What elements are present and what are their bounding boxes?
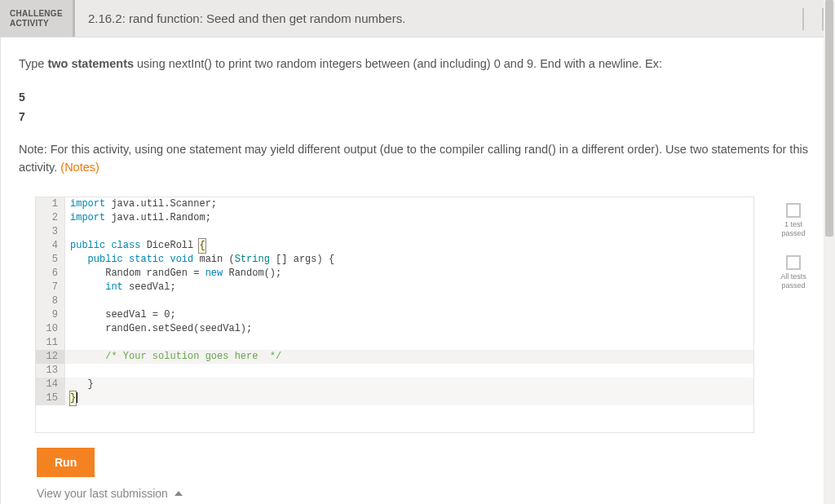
line-number: 15 (36, 391, 65, 405)
content-area: Type two statements using nextInt() to p… (0, 38, 835, 504)
example-line-2: 7 (19, 108, 816, 127)
code-line[interactable]: 7 int seedVal; (36, 281, 753, 294)
badge-line2: ACTIVITY (10, 19, 63, 29)
code-line-content[interactable]: randGen.setSeed(seedVal); (65, 322, 753, 336)
line-number: 13 (36, 364, 65, 378)
line-number: 3 (36, 225, 65, 239)
challenge-badge: CHALLENGE ACTIVITY (0, 0, 75, 37)
instr-prefix: Type (19, 57, 47, 70)
code-line[interactable]: 2import java.util.Random; (36, 211, 753, 225)
code-line-content[interactable] (65, 336, 753, 350)
bookmark-icon[interactable] (802, 8, 824, 31)
code-editor[interactable]: 1import java.util.Scanner;2import java.u… (35, 197, 754, 433)
code-line[interactable]: 4public class DiceRoll { (36, 239, 753, 253)
line-number: 1 (36, 197, 65, 211)
code-line[interactable]: 10 randGen.setSeed(seedVal); (36, 322, 753, 336)
example-output: 5 7 (19, 88, 816, 127)
code-line[interactable]: 12 /* Your solution goes here */ (36, 350, 753, 364)
line-number: 4 (36, 239, 65, 253)
code-line[interactable]: 11 (36, 336, 753, 350)
line-number: 10 (36, 322, 65, 336)
code-line-content[interactable]: Random randGen = new Random(); (65, 267, 753, 281)
code-line-content[interactable]: } (65, 391, 753, 405)
code-line[interactable]: 13 (36, 364, 753, 378)
notes-link[interactable]: (Notes) (60, 161, 99, 174)
code-line-content[interactable]: public static void main (String [] args)… (65, 253, 753, 267)
code-line-content[interactable] (65, 225, 753, 239)
code-line[interactable]: 1import java.util.Scanner; (36, 197, 753, 211)
note-body: Note: For this activity, using one state… (19, 143, 808, 174)
activity-header: CHALLENGE ACTIVITY 2.16.2: rand function… (0, 0, 835, 38)
run-button[interactable]: Run (37, 448, 95, 477)
line-number: 11 (36, 336, 65, 350)
instr-bold: two statements (47, 57, 134, 70)
code-line-content[interactable] (65, 294, 753, 308)
code-line-content[interactable]: seedVal = 0; (65, 308, 753, 322)
code-line[interactable]: 5 public static void main (String [] arg… (36, 253, 753, 267)
scrollbar-thumb[interactable] (825, 0, 833, 237)
note-text: Note: For this activity, using one state… (19, 141, 816, 177)
example-line-1: 5 (19, 88, 816, 108)
badge-line1: CHALLENGE (10, 9, 63, 19)
code-line[interactable]: 6 Random randGen = new Random(); (36, 267, 753, 281)
line-number: 6 (36, 267, 65, 281)
instructions-text: Type two statements using nextInt() to p… (19, 55, 816, 73)
checkbox-icon (786, 203, 801, 218)
code-line[interactable]: 3 (36, 225, 753, 239)
line-number: 9 (36, 308, 65, 322)
code-line-content[interactable] (65, 364, 753, 378)
one-test-status: 1 testpassed (781, 203, 805, 238)
code-line-content[interactable]: public class DiceRoll { (65, 239, 753, 253)
line-number: 2 (36, 211, 65, 225)
instr-suffix: using nextInt() to print two random inte… (134, 57, 662, 70)
code-line-content[interactable]: import java.util.Scanner; (65, 197, 753, 211)
line-number: 12 (36, 350, 65, 364)
scrollbar-track[interactable] (824, 0, 835, 504)
view-last-label: View your last submission (37, 487, 168, 500)
chevron-up-icon (175, 491, 183, 496)
all-tests-label: All testspassed (780, 272, 806, 290)
code-line-content[interactable]: /* Your solution goes here */ (65, 350, 753, 364)
line-number: 8 (36, 294, 65, 308)
code-line[interactable]: 14 } (36, 378, 753, 391)
line-number: 14 (36, 378, 65, 391)
one-test-label: 1 testpassed (781, 220, 805, 238)
code-line[interactable]: 8 (36, 294, 753, 308)
code-line[interactable]: 9 seedVal = 0; (36, 308, 753, 322)
view-last-submission[interactable]: View your last submission (37, 487, 816, 500)
line-number: 5 (36, 253, 65, 267)
code-line-content[interactable]: } (65, 378, 753, 391)
activity-title: 2.16.2: rand function: Seed and then get… (75, 0, 802, 37)
status-panel: 1 testpassed All testspassed (771, 197, 816, 290)
line-number: 7 (36, 281, 65, 294)
checkbox-icon (786, 255, 801, 270)
all-tests-status: All testspassed (780, 255, 806, 290)
code-line[interactable]: 15} (36, 391, 753, 405)
code-line-content[interactable]: int seedVal; (65, 281, 753, 294)
code-line-content[interactable]: import java.util.Random; (65, 211, 753, 225)
